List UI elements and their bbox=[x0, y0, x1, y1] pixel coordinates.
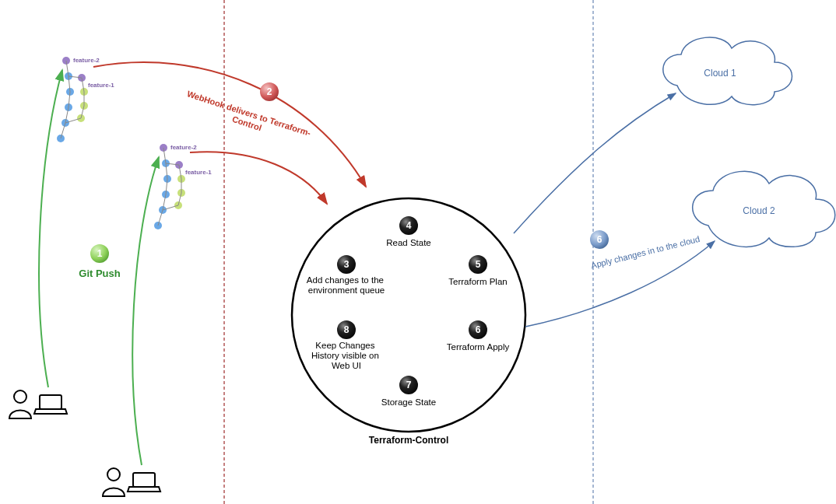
arrow-to-cloud1 bbox=[514, 93, 676, 233]
svg-text:Add changes to the
      envir: Add changes to the environment queue bbox=[307, 275, 386, 295]
svg-text:2: 2 bbox=[267, 86, 272, 97]
svg-text:Storage State: Storage State bbox=[381, 397, 436, 407]
svg-text:6: 6 bbox=[597, 234, 602, 245]
svg-text:Read State: Read State bbox=[386, 238, 431, 247]
svg-point-2 bbox=[107, 468, 120, 481]
git-graph-1: feature-2 feature-1 bbox=[57, 57, 114, 142]
svg-text:4: 4 bbox=[406, 220, 412, 231]
svg-text:Git Push: Git Push bbox=[79, 268, 121, 279]
svg-text:6: 6 bbox=[476, 324, 481, 335]
svg-text:1: 1 bbox=[97, 248, 103, 259]
git-label-feature2-b: feature-2 bbox=[170, 144, 197, 151]
svg-text:Cloud 1: Cloud 1 bbox=[704, 68, 736, 79]
terraform-control-title: Terraform-Control bbox=[369, 435, 448, 446]
svg-rect-3 bbox=[133, 473, 155, 487]
user-2 bbox=[103, 468, 125, 496]
label-webhook: WebHook delivers to Terraform- Control bbox=[183, 89, 314, 148]
cloud-2: Cloud 2 bbox=[693, 171, 835, 247]
arrow-webhook-1 bbox=[93, 62, 366, 187]
arrow-git-push-1 bbox=[39, 70, 62, 387]
svg-text:Cloud 2: Cloud 2 bbox=[743, 205, 775, 216]
arrow-git-push-2 bbox=[132, 157, 159, 465]
git-graph-2: feature-2 feature-1 bbox=[154, 144, 212, 229]
user-1 bbox=[9, 390, 31, 418]
badge-webhook: 2 bbox=[260, 82, 279, 101]
diagram-canvas: feature-2 feature-1 feature-2 feature-1 … bbox=[0, 0, 836, 504]
git-label-feature1-a: feature-1 bbox=[88, 82, 114, 89]
svg-point-0 bbox=[14, 390, 26, 403]
svg-rect-1 bbox=[40, 395, 61, 409]
laptop-1 bbox=[34, 395, 67, 414]
git-label-feature1-b: feature-1 bbox=[185, 169, 212, 176]
cloud-1: Cloud 1 bbox=[663, 37, 792, 105]
svg-text:8: 8 bbox=[344, 324, 350, 335]
laptop-2 bbox=[128, 473, 160, 492]
svg-text:Terraform Apply: Terraform Apply bbox=[447, 342, 510, 352]
svg-text:7: 7 bbox=[406, 380, 412, 390]
label-git-push: 1 Git Push bbox=[79, 244, 121, 279]
git-label-feature2-a: feature-2 bbox=[73, 57, 100, 64]
svg-text:3: 3 bbox=[344, 259, 350, 270]
svg-text:WebHook delivers to Terraform-: WebHook delivers to Terraform- Control bbox=[183, 89, 314, 148]
arrow-webhook-2 bbox=[190, 152, 327, 204]
svg-text:5: 5 bbox=[476, 259, 481, 270]
svg-text:Terraform Plan: Terraform Plan bbox=[448, 277, 507, 286]
